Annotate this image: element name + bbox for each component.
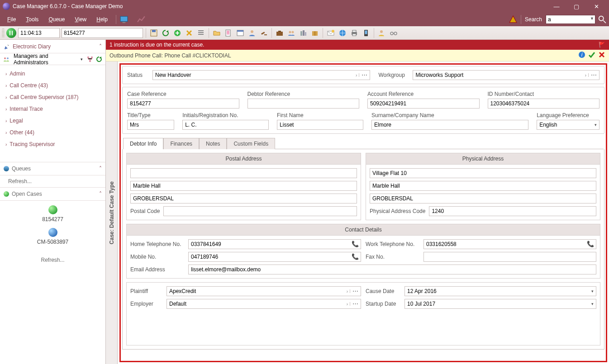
home-phone-input[interactable] [188,239,361,249]
menu-view[interactable]: View [70,14,91,24]
physical-line2[interactable] [370,181,596,191]
tab-finances[interactable]: Finances [163,138,199,149]
user-check-icon[interactable] [377,28,387,38]
print-icon[interactable] [349,28,359,38]
tree-node[interactable]: ›Admin [0,68,105,80]
maximize-button[interactable]: ▢ [566,0,586,13]
chevron-down-icon: ▾ [81,57,83,61]
menu-help[interactable]: Help [92,14,112,24]
diary-header[interactable]: Electronic Diary ˄ [0,40,105,53]
acct-ref-input[interactable] [367,99,480,109]
cause-date-input[interactable]: 12 Apr 2016▾ [404,286,596,296]
open-cases-refresh-link[interactable]: Refresh... [41,257,64,263]
open-case-item[interactable]: CM-5083897 [37,239,68,245]
person-icon[interactable] [247,28,257,38]
pause-button[interactable] [6,28,16,38]
status-select[interactable]: New Handover ›⋯ [152,70,370,80]
initials-input[interactable] [182,120,269,130]
phone-icon[interactable]: 📞 [587,241,594,247]
alert-icon[interactable] [509,15,517,24]
save-icon[interactable] [149,28,159,38]
vertical-tab[interactable]: Case: Default Case Type [106,61,118,364]
tree-node[interactable]: ›Other (44) [0,127,105,138]
mobile-input[interactable] [188,252,361,262]
chevron-up-icon: ˄ [99,165,102,172]
globe-icon[interactable] [338,28,347,38]
lang-select[interactable]: English▾ [537,120,599,130]
folder-icon[interactable] [212,28,222,38]
fax-input[interactable] [423,252,596,262]
svg-point-18 [292,31,294,33]
delete-icon[interactable] [184,28,194,38]
physical-code-input[interactable] [429,206,596,216]
dismiss-button[interactable] [598,51,605,60]
tab-debtor-info[interactable]: Debtor Info [123,138,163,149]
briefcase-icon[interactable] [275,28,285,38]
add-icon[interactable] [172,28,182,38]
tree-node[interactable]: ›Tracing Supervisor [0,138,105,150]
employer-select[interactable]: Default›⋯ [167,299,361,309]
postal-line3[interactable] [130,194,357,203]
accept-button[interactable] [588,51,595,60]
tab-notes[interactable]: Notes [199,138,227,149]
queues-refresh-link[interactable]: Refresh... [0,175,105,187]
mail-new-icon[interactable] [326,28,336,38]
open-cases-header[interactable]: Open Cases ˄ [0,187,105,201]
tree-node[interactable]: ›Call Centre (43) [0,80,105,91]
case-id-field[interactable] [62,28,143,38]
group-icon[interactable] [286,28,296,38]
debtor-ref-input[interactable] [247,99,360,109]
list-icon[interactable] [196,28,206,38]
refresh-screen-icon[interactable] [120,15,128,24]
title-input[interactable] [127,120,174,130]
chart-icon[interactable] [137,15,145,24]
title-bar: Case Manager 6.0.7.0 - Case Manager Demo… [0,0,609,13]
gavel-icon[interactable] [259,28,269,38]
refresh-small-icon[interactable] [95,56,103,63]
menu-queue[interactable]: Queue [44,14,69,24]
idnum-input[interactable] [488,99,600,109]
minimize-button[interactable]: — [547,0,566,13]
plaintiff-select[interactable]: ApexCredit›⋯ [167,286,361,296]
info-button[interactable]: i [578,51,585,60]
phone-icon[interactable]: 📞 [352,253,359,260]
workgroup-select[interactable]: Microworks Support ›⋯ [413,70,599,80]
glasses-icon[interactable] [389,28,399,38]
phone-icon[interactable] [361,28,371,38]
postal-line1[interactable] [130,168,357,178]
email-input[interactable] [188,265,596,274]
phone-icon[interactable]: 📞 [352,241,359,247]
work-phone-input[interactable] [423,239,596,249]
menu-file[interactable]: File [3,14,20,24]
group-combo[interactable]: Managers and Administrators ▾ [12,55,85,64]
time-field[interactable] [18,28,60,38]
close-button[interactable]: ✕ [586,0,606,13]
package-icon[interactable] [310,28,320,38]
search-button[interactable] [598,15,606,24]
open-case-item[interactable]: 8154277 [42,216,63,222]
doc-lines-icon[interactable] [224,28,233,38]
left-panel: Electronic Diary ˄ Managers and Administ… [0,40,106,364]
menu-tools[interactable]: Tools [21,14,43,24]
buildings-icon[interactable] [298,28,308,38]
tree-icon[interactable] [86,56,94,63]
case-ref-input[interactable] [127,99,239,109]
search-input[interactable] [546,15,595,24]
tree-node[interactable]: ›Call Centre Supervisor (187) [0,91,105,103]
svg-rect-11 [237,30,243,32]
startup-date-input[interactable]: 10 Jul 2017▾ [404,299,596,309]
postal-code-input[interactable] [163,206,357,216]
tab-custom-fields[interactable]: Custom Fields [227,138,275,149]
refresh-icon[interactable] [161,28,171,38]
physical-line1[interactable] [370,168,596,178]
physical-line3[interactable] [370,194,596,203]
flag-icon[interactable]: 🚩 [599,42,605,48]
postal-line2[interactable] [130,181,357,191]
surname-input[interactable] [371,120,528,130]
contact-panel: Contact Details Home Telephone No.📞 Work… [126,224,600,279]
tree-node[interactable]: ›Legal [0,115,105,127]
queues-header[interactable]: Queues ˄ [0,162,105,175]
first-input[interactable] [277,120,363,130]
calendar-icon[interactable] [235,28,245,38]
tree-node[interactable]: ›Internal Trace [0,103,105,115]
